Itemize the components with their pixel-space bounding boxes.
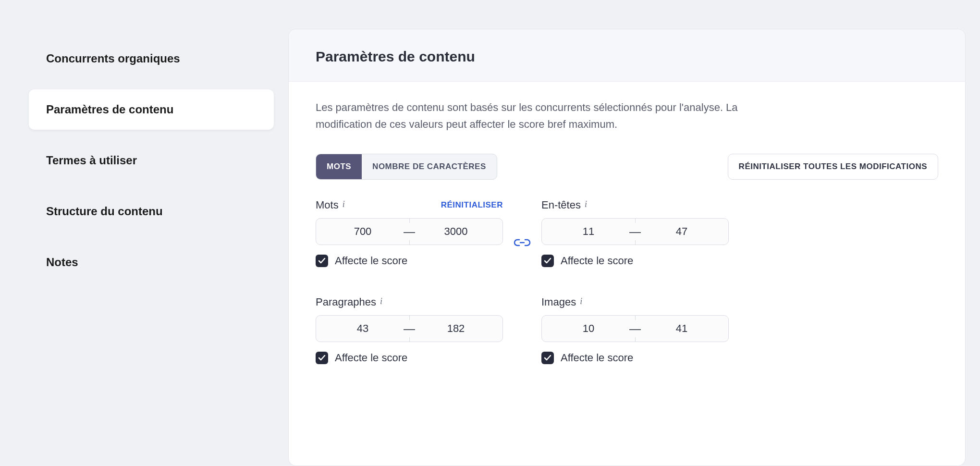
tab-words[interactable]: MOTS (316, 154, 362, 179)
field-label-headers: En-têtes i (541, 199, 587, 211)
affects-score-paragraphs-row: Affecte le score (316, 352, 503, 364)
reset-all-button[interactable]: RÉINITIALISER TOUTES LES MODIFICATIONS (728, 154, 938, 180)
panel-header: Paramètres de contenu (289, 29, 965, 82)
field-header-paragraphs: Paragraphes i (316, 296, 503, 308)
affects-score-images-label: Affecte le score (561, 352, 633, 364)
field-label-images: Images i (541, 296, 582, 308)
link-cell (503, 199, 541, 267)
field-words: Mots i RÉINITIALISER — (316, 199, 503, 267)
sidebar-item-competitors[interactable]: Concurrents organiques (29, 38, 274, 79)
reset-words-link[interactable]: RÉINITIALISER (441, 200, 503, 210)
affects-score-headers-label: Affecte le score (561, 255, 633, 267)
info-icon[interactable]: i (580, 296, 582, 307)
range-images: — (541, 315, 729, 342)
affects-score-words-label: Affecte le score (335, 255, 407, 267)
affects-score-words-checkbox[interactable] (316, 255, 328, 267)
field-label-words-text: Mots (316, 199, 339, 211)
sidebar-item-notes[interactable]: Notes (29, 242, 274, 282)
affects-score-headers-row: Affecte le score (541, 255, 729, 267)
unit-segmented-control: MOTS NOMBRE DE CARACTÈRES (316, 154, 497, 180)
field-headers: En-têtes i — (541, 199, 729, 267)
sidebar-item-content-settings[interactable]: Paramètres de contenu (29, 89, 274, 130)
field-header-images: Images i (541, 296, 729, 308)
field-header-words: Mots i RÉINITIALISER (316, 199, 503, 211)
check-icon (544, 354, 551, 362)
content-settings-panel: Paramètres de contenu Les paramètres de … (288, 29, 966, 466)
headers-max-input[interactable] (635, 219, 728, 245)
info-icon[interactable]: i (343, 199, 345, 209)
paragraphs-max-input[interactable] (409, 316, 502, 342)
range-words: — (316, 218, 503, 245)
app-layout: Concurrents organiques Paramètres de con… (0, 0, 980, 466)
field-label-paragraphs-text: Paragraphes (316, 296, 376, 308)
range-headers: — (541, 218, 729, 245)
check-icon (318, 257, 326, 265)
info-icon[interactable]: i (585, 199, 587, 209)
field-label-paragraphs: Paragraphes i (316, 296, 382, 308)
images-max-input[interactable] (635, 316, 728, 342)
affects-score-words-row: Affecte le score (316, 255, 503, 267)
sidebar-item-structure[interactable]: Structure du contenu (29, 191, 274, 232)
affects-score-images-checkbox[interactable] (541, 352, 554, 364)
paragraphs-min-input[interactable] (316, 316, 409, 342)
affects-score-headers-checkbox[interactable] (541, 255, 554, 267)
panel-description: Les paramètres de contenu sont basés sur… (316, 99, 767, 133)
check-icon (318, 354, 326, 362)
headers-min-input[interactable] (542, 219, 635, 245)
fields-grid: Mots i RÉINITIALISER — (316, 199, 938, 364)
tab-characters[interactable]: NOMBRE DE CARACTÈRES (362, 154, 497, 179)
info-icon[interactable]: i (380, 296, 382, 307)
field-label-headers-text: En-têtes (541, 199, 581, 211)
panel-title: Paramètres de contenu (316, 49, 938, 65)
images-min-input[interactable] (542, 316, 635, 342)
field-header-headers: En-têtes i (541, 199, 729, 211)
link-icon[interactable] (514, 238, 531, 249)
check-icon (544, 257, 551, 265)
field-label-images-text: Images (541, 296, 576, 308)
panel-body: Les paramètres de contenu sont basés sur… (289, 82, 965, 364)
words-min-input[interactable] (316, 219, 409, 245)
affects-score-images-row: Affecte le score (541, 352, 729, 364)
field-paragraphs: Paragraphes i — (316, 296, 503, 364)
words-max-input[interactable] (409, 219, 502, 245)
sidebar-item-terms[interactable]: Termes à utiliser (29, 140, 274, 181)
affects-score-paragraphs-checkbox[interactable] (316, 352, 328, 364)
field-images: Images i — (541, 296, 729, 364)
controls-row: MOTS NOMBRE DE CARACTÈRES RÉINITIALISER … (316, 154, 938, 180)
sidebar: Concurrents organiques Paramètres de con… (0, 19, 288, 466)
affects-score-paragraphs-label: Affecte le score (335, 352, 407, 364)
field-label-words: Mots i (316, 199, 345, 211)
range-paragraphs: — (316, 315, 503, 342)
main: Paramètres de contenu Les paramètres de … (288, 19, 980, 466)
